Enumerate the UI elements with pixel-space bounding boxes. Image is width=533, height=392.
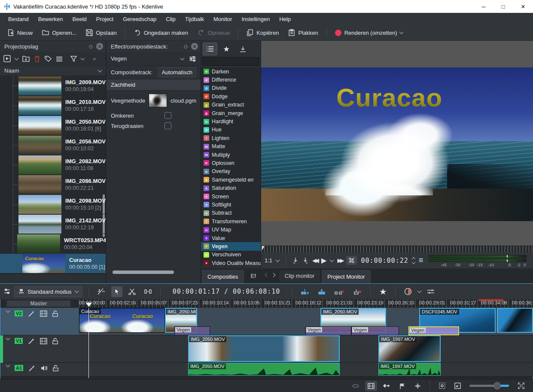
composition-item[interactable]: O Oplossen	[201, 159, 261, 167]
set-zone-out-button[interactable]	[302, 257, 308, 264]
track-header-a1[interactable]: A1	[0, 363, 79, 377]
menu-item[interactable]: Help	[274, 14, 295, 24]
preview-render-button[interactable]	[402, 286, 414, 297]
render-button[interactable]: Renderen (omzetten)	[331, 27, 407, 38]
fullscreen-button[interactable]	[515, 381, 527, 391]
timeline-clip[interactable]	[497, 308, 533, 333]
close-button[interactable]: ✕	[513, 0, 533, 13]
tab-scroll-left-icon[interactable]	[265, 273, 269, 277]
zoom-chevron-icon[interactable]	[276, 258, 280, 262]
timeline-clip[interactable]: IMG_2050.MOV	[320, 308, 386, 333]
play-button[interactable]: ▶	[321, 256, 326, 264]
insert-zone-button[interactable]	[298, 287, 312, 297]
spacer-tool-button[interactable]	[142, 287, 154, 296]
menu-item[interactable]: Tijdbalk	[180, 14, 209, 24]
track-lock-icon[interactable]	[52, 310, 58, 317]
add-clip-menu-chevron-icon[interactable]	[15, 56, 19, 60]
create-folder-button[interactable]	[22, 55, 30, 62]
bin-clip-row[interactable]: WRCT0253.MP4 00:00:20:04	[0, 234, 106, 254]
tab-composities[interactable]: Composities	[201, 269, 245, 283]
composition-item[interactable]: U UV Map	[201, 225, 261, 234]
menu-item[interactable]: Instellingen	[237, 14, 274, 24]
composition-item[interactable]: V Value	[201, 234, 261, 242]
timecode-spinner[interactable]	[412, 258, 415, 264]
track-v1[interactable]: IMG_2050.MOV IMG_1997.MOV	[79, 335, 533, 363]
collapse-track-chevron-icon[interactable]	[6, 309, 10, 313]
save-button[interactable]: Opslaan	[82, 27, 120, 38]
view-menu-button[interactable]	[56, 56, 63, 62]
bin-column-header[interactable]: Naam	[0, 66, 106, 76]
bin-clip-row[interactable]: IMG_2098.MOV 00:00:15:10 [2]	[0, 194, 106, 214]
snap-toggle-button[interactable]	[411, 381, 423, 391]
invert-checkbox[interactable]	[164, 112, 171, 119]
menu-item[interactable]: Clip	[161, 14, 180, 24]
effect-panel-hscrollbar[interactable]	[113, 270, 174, 274]
menu-item[interactable]: Project	[91, 14, 118, 24]
track-v2[interactable]: Curacao Curacao Curacao IMG_2050.MO IMG_…	[79, 308, 533, 335]
composition-item[interactable]: S Screen	[201, 192, 261, 201]
list-view-button[interactable]	[203, 43, 217, 55]
tab-project-monitor[interactable]: Project Monitor	[321, 269, 371, 283]
track-target-badge[interactable]: V2	[15, 310, 23, 316]
edit-mode-select[interactable]: Standaard modus	[14, 286, 82, 297]
mix-clips-button[interactable]	[95, 286, 108, 297]
track-effects-wand-icon[interactable]	[28, 338, 35, 345]
monitor-video-frame[interactable]: Curacao	[261, 67, 533, 221]
paste-button[interactable]: Plakken	[284, 27, 322, 38]
razor-tool-button[interactable]	[126, 286, 138, 297]
open-button[interactable]: Openen...	[38, 27, 80, 38]
composition-item[interactable]: D Dodge	[201, 92, 261, 100]
set-zone-in-button[interactable]	[292, 257, 298, 264]
timeline-ruler[interactable]: 00:00:00:0000:00:02:1600:00:05:0700:00:0…	[79, 299, 533, 308]
fast-forward-button[interactable]: ▶▶	[337, 257, 342, 264]
composition-item[interactable]: S Subtract	[201, 209, 261, 217]
track-target-badge[interactable]: A1	[15, 365, 23, 371]
timeline-clip[interactable]: Curacao Curacao Curacao	[79, 308, 165, 333]
timeline-clip[interactable]: IMG_2050.MOV	[188, 335, 340, 362]
tags-button[interactable]	[45, 55, 52, 62]
zone-tool-button[interactable]	[346, 256, 357, 265]
collapse-effect-chevron-icon[interactable]	[180, 56, 185, 60]
timeline-zoom-slider[interactable]	[469, 385, 509, 387]
play-menu-chevron-icon[interactable]	[330, 258, 334, 262]
effect-options-icon[interactable]	[189, 56, 196, 62]
timeline-clip[interactable]: IMG_2050.MO	[165, 308, 197, 333]
new-button[interactable]: Nieuw	[3, 27, 37, 38]
track-header-v2[interactable]: V2	[0, 308, 79, 335]
track-header-v1[interactable]: V1	[0, 335, 79, 363]
composition-item[interactable]: H Hue	[201, 126, 261, 134]
show-video-thumbnails-button[interactable]	[365, 381, 377, 391]
filter-button[interactable]	[70, 56, 77, 62]
track-effects-wand-icon[interactable]	[28, 365, 35, 372]
bin-clip-row[interactable]: IMG_2050.MOV 00:00:16:01 [6]	[0, 115, 106, 135]
show-markers-button[interactable]	[396, 381, 408, 391]
track-target-badge[interactable]: V1	[15, 338, 23, 344]
menu-item[interactable]: Beeld	[68, 14, 91, 24]
bin-clip-row[interactable]: IMG_2056.MOV 00:00:10:02	[0, 135, 106, 155]
bin-clip-row[interactable]: Curacao Curacao 00:00:05:00 [1]	[0, 254, 106, 273]
track-video-icon[interactable]	[40, 338, 47, 344]
filter-menu-chevron-icon[interactable]	[81, 56, 85, 60]
composition-item[interactable]: G Grain_merge	[201, 109, 261, 117]
wipe-file-name[interactable]: cloud.pgm	[171, 97, 196, 104]
composition-item[interactable]: S Saturation	[201, 184, 261, 192]
overwrite-zone-button[interactable]	[315, 287, 329, 297]
wipe-file-thumbnail[interactable]	[149, 94, 167, 107]
reverse-checkbox[interactable]	[164, 122, 171, 129]
favorites-button[interactable]: ★	[219, 43, 234, 55]
composition-item[interactable]: D Divide	[201, 84, 261, 92]
collapse-track-chevron-icon[interactable]	[6, 336, 10, 340]
composition-track-select[interactable]: Automatisch	[158, 67, 196, 77]
favorite-effects-button[interactable]: ★	[377, 285, 389, 298]
track-video-icon[interactable]	[40, 310, 47, 317]
timeline-audio-clip[interactable]: IMG_2050.MOV	[188, 363, 340, 376]
composition-item[interactable]: L Lighten	[201, 134, 261, 142]
float-panel-icon[interactable]: ◇	[89, 43, 93, 49]
hide-track-decorations-button[interactable]	[350, 381, 362, 391]
close-panel-icon[interactable]: ✕	[191, 43, 198, 50]
monitor-zoom-select[interactable]: 1:1	[265, 257, 272, 264]
composition-item[interactable]: S Samengesteld en	[201, 176, 261, 184]
collapse-track-chevron-icon[interactable]	[6, 363, 10, 368]
tab-scroll-right-icon[interactable]	[271, 273, 275, 277]
composition-item[interactable]: M Matte	[201, 143, 261, 151]
